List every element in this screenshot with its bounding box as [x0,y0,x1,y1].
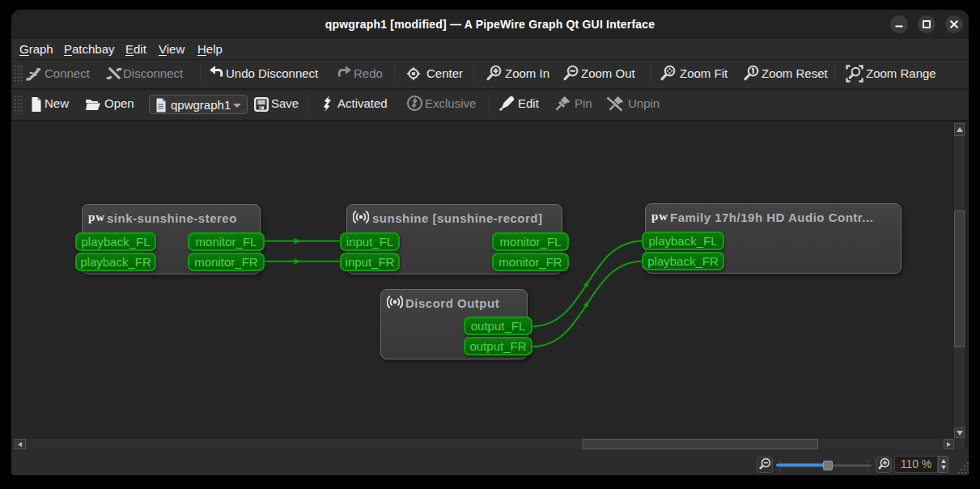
svg-text:pw: pw [651,210,668,223]
svg-text:pw: pw [88,210,105,223]
